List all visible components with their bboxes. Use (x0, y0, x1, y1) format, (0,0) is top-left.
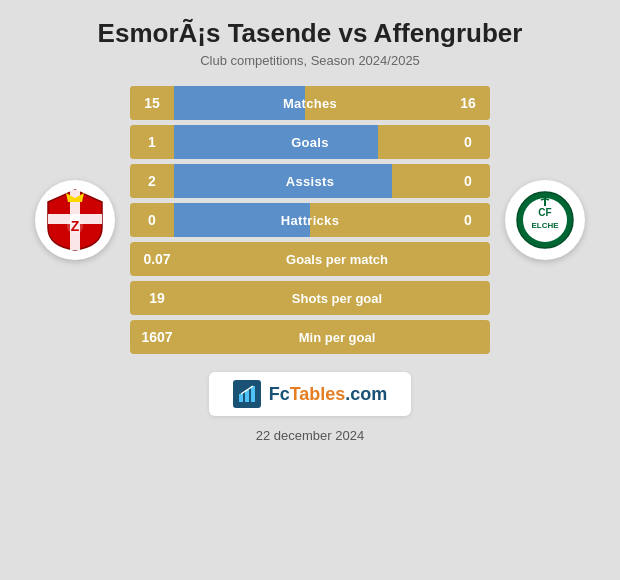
stat-row-min-per-goal: 1607 Min per goal (130, 320, 490, 354)
stat-right-hattricks: 0 (446, 203, 490, 237)
stat-left-hattricks: 0 (130, 203, 174, 237)
stat-left-assists: 2 (130, 164, 174, 198)
page-container: EsmorÃ¡s Tasende vs Affengruber Club com… (0, 0, 620, 580)
stat-label-shots-per-goal: Shots per goal (184, 291, 490, 306)
svg-rect-11 (251, 386, 255, 402)
stat-left-goals: 1 (130, 125, 174, 159)
svg-text:CF: CF (538, 207, 551, 218)
stat-row-matches: 15 Matches 16 (130, 86, 490, 120)
stat-label-hattricks: Hattricks (281, 213, 339, 228)
logo-right: CF ELCHE (490, 180, 600, 260)
stat-right-assists: 0 (446, 164, 490, 198)
stat-label-min-per-goal: Min per goal (184, 330, 490, 345)
stat-label-goals: Goals (291, 135, 329, 150)
svg-rect-9 (239, 394, 243, 402)
team-logo-left: Z (35, 180, 115, 260)
stat-row-goals: 1 Goals 0 (130, 125, 490, 159)
stat-val-min-per-goal: 1607 (130, 320, 184, 354)
stat-val-goals-per-match: 0.07 (130, 242, 184, 276)
team-logo-right: CF ELCHE (505, 180, 585, 260)
stat-right-goals: 0 (446, 125, 490, 159)
stat-row-goals-per-match: 0.07 Goals per match (130, 242, 490, 276)
stat-center-goals: Goals (174, 125, 446, 159)
stat-center-hattricks: Hattricks (174, 203, 446, 237)
stat-label-goals-per-match: Goals per match (184, 252, 490, 267)
date-footer: 22 december 2024 (256, 428, 364, 443)
fctables-banner[interactable]: FcTables.com (209, 372, 412, 416)
stat-val-shots-per-goal: 19 (130, 281, 184, 315)
svg-text:ELCHE: ELCHE (531, 221, 559, 230)
main-content: Z 15 Matches 16 1 Goals (20, 86, 600, 354)
stat-label-matches: Matches (283, 96, 337, 111)
svg-text:Z: Z (71, 218, 80, 234)
stat-bar-assists (174, 164, 392, 198)
stat-center-assists: Assists (174, 164, 446, 198)
stat-row-assists: 2 Assists 0 (130, 164, 490, 198)
stat-row-hattricks: 0 Hattricks 0 (130, 203, 490, 237)
stat-label-assists: Assists (286, 174, 334, 189)
stat-left-matches: 15 (130, 86, 174, 120)
logo-left: Z (20, 180, 130, 260)
stat-bar-goals (174, 125, 378, 159)
page-subtitle: Club competitions, Season 2024/2025 (200, 53, 420, 68)
stats-area: 15 Matches 16 1 Goals 0 2 (130, 86, 490, 354)
stat-right-matches: 16 (446, 86, 490, 120)
fctables-icon (233, 380, 261, 408)
page-title: EsmorÃ¡s Tasende vs Affengruber (98, 18, 523, 49)
stat-center-matches: Matches (174, 86, 446, 120)
stat-row-shots-per-goal: 19 Shots per goal (130, 281, 490, 315)
fctables-text: FcTables.com (269, 384, 388, 405)
